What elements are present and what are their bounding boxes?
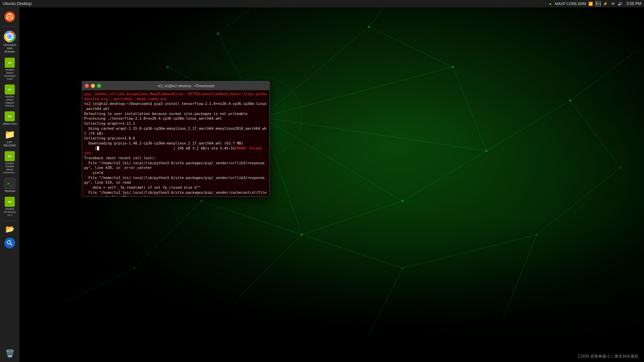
terminal-line-6: Using cached wrapt-1.15.0-cp36-cp36m-man… bbox=[84, 126, 267, 136]
dock-separator-1 bbox=[3, 26, 16, 26]
files-icon: 📂 bbox=[5, 225, 14, 234]
bluetooth-icon[interactable]: ⚡ bbox=[603, 1, 608, 6]
sidebar-item-nvidia-dev[interactable]: nv NVIDIA Jetson Developer Zone bbox=[1, 56, 19, 82]
svg-point-38 bbox=[536, 234, 537, 235]
svg-line-25 bbox=[369, 268, 402, 335]
clock: 3:56 PM bbox=[626, 1, 641, 6]
lang-icon[interactable]: En bbox=[595, 1, 601, 6]
sidebar-item-ubuntu[interactable] bbox=[1, 10, 19, 23]
chromium-icon-svg bbox=[4, 31, 16, 43]
taskbar-right: ■ MAXP CORE ARM 📶 En ⚡ ✉ 🔊 3:56 PM bbox=[548, 1, 641, 6]
ubuntu-icon-svg bbox=[6, 13, 13, 20]
nvidia-dev-icon: nv bbox=[5, 58, 15, 68]
svg-point-28 bbox=[368, 26, 370, 28]
sidebar-item-nvidia-community[interactable]: nv NVIDIA NVIDIA Jetson Communi... bbox=[1, 150, 19, 175]
search-icon bbox=[4, 238, 15, 248]
nvidia-label: MAXP CORE ARM bbox=[555, 2, 586, 6]
terminal-maximize-button[interactable] bbox=[97, 84, 101, 88]
terminal-body[interactable]: pip._vendor.urllib3.exceptions.ReadTimeo… bbox=[82, 90, 269, 196]
terminal-close-button[interactable] bbox=[85, 84, 89, 88]
sidebar-item-vp-demos[interactable]: nv NVIDIA VP Demos v1.2 bbox=[1, 195, 19, 218]
terminal-line-9: |█ | 245 kB 3.1 kB/s eta 5:45:31ERROR: E… bbox=[84, 146, 267, 151]
sidebar-item-files[interactable]: 📂 bbox=[1, 224, 19, 235]
svg-line-14 bbox=[486, 101, 570, 151]
nvidia-tray-icon: ■ bbox=[548, 1, 553, 6]
svg-line-26 bbox=[503, 235, 537, 318]
svg-point-44 bbox=[11, 17, 13, 19]
terminal-minimize-button[interactable] bbox=[91, 84, 95, 88]
svg-line-17 bbox=[537, 168, 621, 235]
svg-point-45 bbox=[7, 17, 8, 19]
terminal-line-15: data = self._fp.read(amt) if not fp_clos… bbox=[84, 185, 267, 190]
search-icon-svg bbox=[7, 240, 13, 246]
wifi-icon[interactable]: 📶 bbox=[588, 1, 593, 6]
svg-point-40 bbox=[133, 267, 135, 269]
terminal-line-10: ion: bbox=[84, 150, 267, 156]
svg-line-18 bbox=[402, 235, 537, 268]
terminal-line-11: Traceback (most recent call last): bbox=[84, 156, 267, 161]
nvidia-dev-label: NVIDIA Jetson Developer Zone bbox=[4, 68, 15, 80]
vp-demos-label: NVIDIA VP Demos v1.2 bbox=[4, 207, 16, 217]
sidebar-item-l4t[interactable]: 📁 L4T- README bbox=[1, 128, 19, 148]
terminal-label: Terminal bbox=[4, 189, 15, 193]
terminal-line-1: pip._vendor.urllib3.exceptions.ReadTimeo… bbox=[84, 92, 267, 101]
terminal-line-5: Collecting wrapt>=1.11.1 bbox=[84, 121, 267, 126]
dock-separator-2 bbox=[3, 221, 16, 221]
svg-line-48 bbox=[8, 17, 10, 17]
jetson-zoo-label: Jetson Zoo bbox=[3, 122, 17, 125]
terminal-line-3: Defaulting to user installation because … bbox=[84, 111, 267, 116]
terminal-line-8: Downloading grpcio-1.48.2-cp36-cp36m-man… bbox=[84, 141, 267, 146]
volume-icon[interactable]: 🔊 bbox=[618, 1, 623, 6]
terminal-line-7: Collecting grpcio>=1.8.6 bbox=[84, 136, 267, 141]
terminal-title: tx2_lei@tx2-desktop: ~/Downloads bbox=[106, 84, 267, 88]
svg-point-30 bbox=[485, 150, 487, 152]
terminal-icon: >_ bbox=[4, 178, 15, 189]
svg-line-24 bbox=[235, 235, 302, 302]
taskbar-top: Ubuntu Desktop ■ MAXP CORE ARM 📶 En ⚡ ✉ … bbox=[0, 0, 644, 7]
ubuntu-logo-icon bbox=[4, 11, 15, 22]
sidebar-item-nvidia-support[interactable]: nv NVIDIA Jetson Support Forums bbox=[1, 83, 19, 109]
svg-line-11 bbox=[402, 151, 486, 201]
svg-line-23 bbox=[67, 268, 134, 302]
mail-icon[interactable]: ✉ bbox=[610, 1, 615, 6]
svg-line-10 bbox=[453, 67, 486, 151]
svg-point-36 bbox=[569, 100, 571, 102]
dock-left: Chromium Web Browser nv NVIDIA Jetson De… bbox=[0, 7, 19, 362]
svg-line-9 bbox=[369, 27, 453, 67]
terminal-line-14: File "/home/tx2_lei/.local/lib/python3.6… bbox=[84, 175, 267, 185]
chromium-icon bbox=[4, 31, 16, 43]
svg-line-54 bbox=[10, 244, 12, 245]
svg-point-52 bbox=[8, 35, 11, 38]
taskbar-left: Ubuntu Desktop bbox=[3, 1, 32, 6]
svg-point-35 bbox=[217, 33, 219, 35]
svg-line-22 bbox=[134, 201, 201, 268]
vp-demos-icon: nv bbox=[5, 197, 15, 207]
nvidia-support-label: NVIDIA Jetson Support Forums bbox=[5, 95, 14, 107]
jetson-zoo-icon: nv bbox=[5, 111, 15, 121]
terminal-titlebar: tx2_lei@tx2-desktop: ~/Downloads bbox=[82, 81, 269, 90]
chromium-label: Chromium Web Browser bbox=[3, 43, 16, 54]
svg-point-34 bbox=[167, 66, 169, 68]
trash-icon: 🗑️ bbox=[5, 349, 14, 358]
svg-point-31 bbox=[401, 200, 404, 202]
terminal-line-2: tx2_lei@tx2-desktop:~/Downloads$ pip3 in… bbox=[84, 101, 267, 111]
folder-icon: 📁 bbox=[4, 129, 15, 140]
terminal-line-13: yield bbox=[84, 170, 267, 175]
svg-point-29 bbox=[452, 66, 454, 68]
svg-point-32 bbox=[301, 234, 303, 236]
svg-line-13 bbox=[201, 201, 302, 235]
svg-point-43 bbox=[9, 13, 11, 15]
sidebar-item-chromium[interactable]: Chromium Web Browser bbox=[1, 29, 19, 55]
sidebar-item-search[interactable] bbox=[1, 236, 19, 250]
watermark: CSDN @鲁棒最小二乘支持向量机 bbox=[578, 354, 639, 359]
l4t-label: L4T- README bbox=[4, 140, 16, 147]
svg-point-37 bbox=[620, 167, 621, 168]
svg-line-15 bbox=[570, 50, 637, 101]
terminal-line-16: File "/home/tx2_lei/.local/lib/python3.6… bbox=[84, 190, 267, 196]
svg-point-53 bbox=[7, 241, 11, 244]
sidebar-item-trash[interactable]: 🗑️ bbox=[1, 348, 19, 359]
sidebar-item-terminal[interactable]: >_ Terminal bbox=[1, 177, 19, 194]
sidebar-item-jetson-zoo[interactable]: nv Jetson Zoo bbox=[1, 110, 19, 127]
desktop-title: Ubuntu Desktop bbox=[3, 1, 32, 6]
svg-line-47 bbox=[10, 17, 11, 17]
